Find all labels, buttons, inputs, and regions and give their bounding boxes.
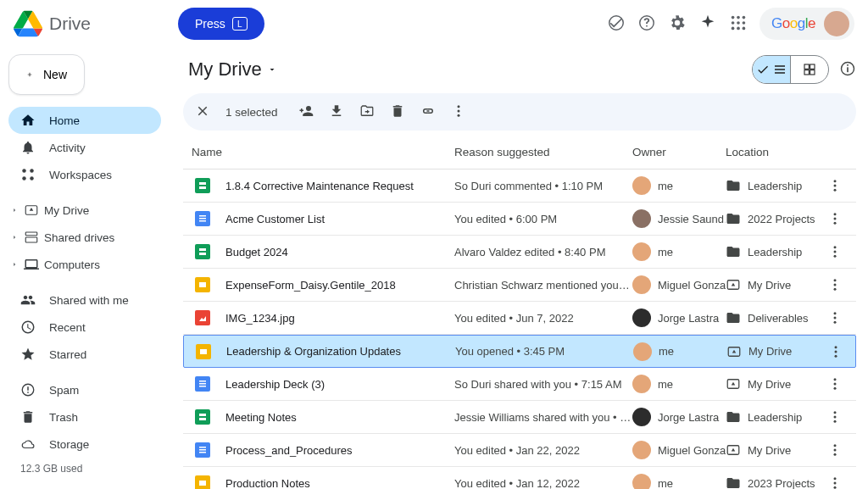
- file-location[interactable]: Deliverables: [726, 310, 819, 325]
- star-icon: [20, 347, 36, 362]
- offline-ready-icon[interactable]: [607, 14, 626, 35]
- list-view-button[interactable]: [753, 56, 790, 83]
- owner-avatar: [632, 176, 651, 195]
- press-button[interactable]: Press L: [178, 8, 264, 40]
- owner-avatar: [632, 209, 651, 228]
- file-name: ExpenseForm_Daisy.Gentile_2018: [225, 279, 396, 292]
- file-location[interactable]: Leadership: [726, 244, 819, 259]
- selection-toolbar: 1 selected: [183, 93, 856, 131]
- new-button[interactable]: New: [8, 54, 85, 95]
- file-location[interactable]: My Drive: [726, 376, 819, 392]
- app-logo[interactable]: Drive: [14, 9, 170, 38]
- file-location[interactable]: Leadership: [726, 178, 819, 193]
- sidebar-item-shared-drives[interactable]: Shared drives: [8, 224, 161, 251]
- file-name: Acme Customer List: [225, 213, 325, 225]
- file-location[interactable]: Leadership: [726, 409, 819, 425]
- sidebar-item-label: Trash: [49, 411, 78, 424]
- sidebar-item-computers[interactable]: Computers: [8, 251, 161, 278]
- plus-icon: [26, 66, 33, 83]
- docs-file-icon: [195, 211, 210, 226]
- row-more-button[interactable]: [819, 244, 851, 259]
- row-more-button[interactable]: [820, 344, 852, 359]
- grid-view-button[interactable]: [791, 56, 828, 83]
- docs-file-icon: [195, 376, 210, 392]
- help-icon[interactable]: [637, 14, 656, 35]
- more-actions-button[interactable]: [451, 103, 466, 121]
- file-location[interactable]: My Drive: [726, 277, 819, 292]
- row-more-button[interactable]: [819, 442, 851, 458]
- sidebar-item-home[interactable]: Home: [8, 107, 161, 134]
- share-button[interactable]: [298, 103, 314, 121]
- table-row[interactable]: Leadership Deck (3)So Duri shared with y…: [183, 368, 856, 401]
- location-dropdown[interactable]: My Drive: [188, 58, 277, 81]
- account-pill[interactable]: Google: [760, 8, 854, 40]
- folder-icon: [726, 475, 741, 489]
- sidebar-item-storage[interactable]: Storage: [8, 431, 161, 458]
- table-header: Name Reason suggested Owner Location: [183, 136, 856, 169]
- details-icon[interactable]: [839, 60, 856, 80]
- file-location[interactable]: My Drive: [726, 344, 820, 359]
- table-row[interactable]: Process_and_ProceduresYou edited • Jan 2…: [183, 434, 856, 467]
- people-icon: [20, 292, 36, 308]
- row-more-button[interactable]: [819, 475, 851, 489]
- move-button[interactable]: [359, 103, 375, 121]
- sidebar-item-workspaces[interactable]: Workspaces: [8, 161, 161, 188]
- row-more-button[interactable]: [819, 277, 851, 292]
- owner-name: me: [658, 180, 673, 192]
- gemini-icon[interactable]: [698, 14, 717, 35]
- owner-avatar: [632, 308, 651, 327]
- sheets-file-icon: [195, 178, 210, 193]
- file-name: IMG_1234.jpg: [225, 312, 295, 325]
- row-more-button[interactable]: [819, 376, 851, 392]
- table-row[interactable]: Meeting NotesJessie Williams shared with…: [183, 401, 856, 434]
- settings-icon[interactable]: [668, 14, 687, 35]
- reason-suggested: Jessie Williams shared with you • …: [454, 411, 632, 424]
- main-content: My Drive 1 selected: [170, 47, 868, 489]
- table-row[interactable]: 1.8.4 Corrective Maintenance RequestSo D…: [183, 169, 856, 203]
- chevron-right-icon: [10, 233, 19, 242]
- col-reason[interactable]: Reason suggested: [454, 146, 632, 158]
- laptop-icon: [24, 257, 39, 272]
- sidebar-item-label: My Drive: [44, 204, 89, 217]
- delete-button[interactable]: [390, 103, 405, 121]
- owner-name: me: [658, 477, 673, 490]
- file-location[interactable]: 2022 Projects: [726, 211, 819, 226]
- col-owner[interactable]: Owner: [632, 146, 726, 158]
- file-location[interactable]: My Drive: [726, 442, 819, 458]
- reason-suggested: Christian Schwarz mentioned you • …: [454, 279, 632, 292]
- file-location[interactable]: 2023 Projects: [726, 475, 819, 489]
- image-file-icon: [195, 310, 210, 325]
- sidebar-item-label: Workspaces: [49, 169, 112, 181]
- owner-name: me: [659, 345, 674, 358]
- table-row[interactable]: Leadership & Organization UpdatesYou ope…: [183, 335, 856, 368]
- sidebar-item-my-drive[interactable]: My Drive: [8, 197, 161, 224]
- get-link-button[interactable]: [420, 103, 436, 121]
- apps-icon[interactable]: [729, 14, 748, 35]
- app-name: Drive: [49, 14, 91, 34]
- sidebar-item-label: Starred: [49, 348, 86, 361]
- sidebar-item-trash[interactable]: Trash: [8, 403, 161, 431]
- clear-selection-button[interactable]: [195, 103, 210, 121]
- row-more-button[interactable]: [819, 211, 851, 226]
- sidebar-item-starred[interactable]: Starred: [8, 341, 161, 368]
- sidebar-item-spam[interactable]: Spam: [8, 376, 161, 403]
- sidebar-item-label: Computers: [44, 258, 100, 271]
- chevron-down-icon: [267, 64, 277, 75]
- table-row[interactable]: Acme Customer ListYou edited • 6:00 PMJe…: [183, 203, 856, 236]
- table-row[interactable]: Budget 2024Alvaro Valdez edited • 8:40 P…: [183, 236, 856, 269]
- table-row[interactable]: Production NotesYou edited • Jan 12, 202…: [183, 467, 856, 489]
- view-toggle: [752, 55, 829, 84]
- row-more-button[interactable]: [819, 409, 851, 425]
- col-name[interactable]: Name: [192, 146, 454, 158]
- reason-suggested: So Duri shared with you • 7:15 AM: [454, 378, 632, 391]
- sidebar-item-recent[interactable]: Recent: [8, 314, 161, 341]
- col-location[interactable]: Location: [726, 146, 819, 158]
- sidebar-item-shared-with-me[interactable]: Shared with me: [8, 286, 161, 314]
- sidebar-item-activity[interactable]: Activity: [8, 134, 161, 161]
- download-button[interactable]: [329, 103, 344, 121]
- row-more-button[interactable]: [819, 310, 851, 325]
- row-more-button[interactable]: [819, 178, 851, 193]
- google-logo: Google: [771, 15, 815, 32]
- table-row[interactable]: ExpenseForm_Daisy.Gentile_2018Christian …: [183, 269, 856, 302]
- table-row[interactable]: IMG_1234.jpgYou edited • Jun 7, 2022Jorg…: [183, 302, 856, 335]
